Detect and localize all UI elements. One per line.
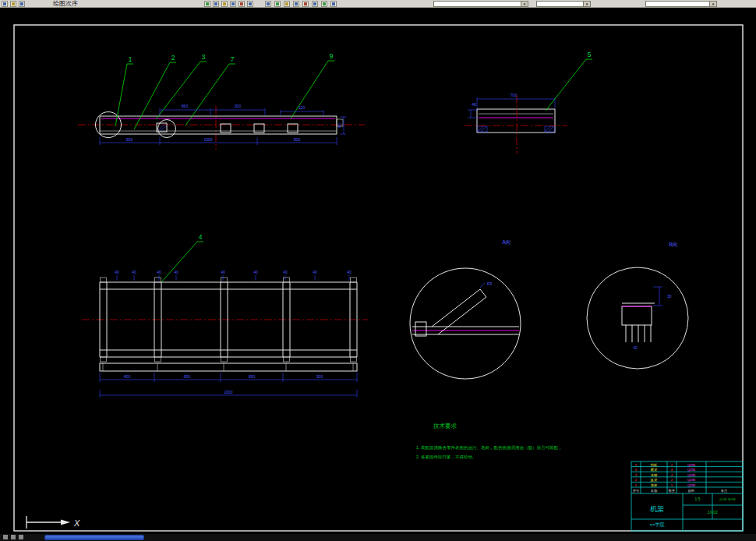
frame-plan-view: 4 (82, 233, 368, 371)
dimension-text: 400 (124, 374, 131, 379)
dimension-text: R5 (487, 281, 493, 286)
callout-text: 40 (313, 270, 317, 274)
title-block: 5 挡板 2 Q235 4 横梁 4 Q235 3 支脚 4 Q235 2 纵梁… (631, 461, 743, 531)
properties-icon[interactable] (247, 1, 253, 7)
dimension-text: 120 (299, 105, 306, 110)
part-name: 支脚 (651, 473, 657, 477)
callout-text: 40 (283, 270, 288, 274)
x-axis-arrow-icon (61, 520, 70, 525)
beam-side-view (78, 106, 365, 150)
drawing-svg: 1 2 3 7 9 860 300 120 50 500 1000 500 (0, 8, 756, 534)
cad-canvas[interactable]: 1 2 3 7 9 860 300 120 50 500 1000 500 (0, 8, 756, 534)
undo-icon[interactable] (221, 1, 228, 7)
dimension-text: 48 (472, 102, 476, 107)
redo-icon[interactable] (230, 1, 236, 7)
taskbar-icon[interactable] (19, 535, 23, 539)
dimension-text: 300 (235, 104, 242, 108)
color-combo[interactable]: ▾ (536, 1, 591, 7)
part-mat: Q235 (687, 478, 696, 482)
dimension-text: 650 (249, 374, 256, 379)
ucs-icon: X (26, 516, 80, 529)
scale-value: 1:5 (695, 497, 701, 501)
balloon-number: 7 (230, 55, 234, 63)
layers-icon[interactable] (265, 1, 271, 7)
linetype-combo[interactable]: ▾ (645, 1, 717, 7)
save-icon[interactable] (19, 1, 25, 7)
channel-section-view: 700 48 5 (465, 51, 592, 154)
part-qty: 4 (671, 473, 673, 477)
open-icon[interactable] (10, 1, 16, 7)
callout-text: 40 (132, 270, 136, 274)
part-qty: 2 (671, 463, 673, 467)
drawing-number: JJ-02 (707, 510, 717, 514)
balloon-number: 4 (198, 233, 202, 241)
part-qty: 2 (671, 478, 673, 482)
application-window: 绘图次序 ▾ ▾ ▾ (0, 0, 756, 541)
part-qty: 4 (671, 468, 673, 472)
part-name: 横梁 (650, 468, 658, 472)
balloon-number: 3 (201, 53, 205, 61)
color-icon[interactable] (302, 1, 309, 7)
part-name: 底座 (651, 483, 658, 487)
top-toolbar: 绘图次序 ▾ ▾ ▾ (0, 0, 756, 8)
part-name: 纵梁 (650, 478, 658, 482)
chevron-down-icon[interactable]: ▾ (709, 2, 716, 6)
lineweight-icon[interactable] (321, 1, 327, 7)
taskbar-icon[interactable] (11, 535, 16, 539)
part-no: 4 (635, 468, 638, 472)
drawing-border (14, 25, 743, 531)
part-mat: Q235 (687, 463, 696, 467)
pan-icon[interactable] (213, 1, 219, 7)
dimension-text: 50 (337, 123, 342, 128)
callout-text: 40 (115, 270, 119, 274)
part-no: 3 (635, 473, 638, 477)
zoom-icon[interactable] (204, 1, 210, 7)
balloon-number: 9 (329, 52, 333, 60)
linetype-icon[interactable] (312, 1, 318, 7)
detail-view-b: 30 40 B向 (587, 242, 688, 369)
chevron-down-icon[interactable]: ▾ (583, 2, 590, 6)
dimension-text: 300 (316, 374, 323, 379)
callout-text: 40 (347, 270, 352, 274)
layer-combo[interactable]: ▾ (433, 1, 528, 7)
parts-header: 备注 (721, 489, 728, 493)
new-icon[interactable] (2, 1, 8, 7)
callout-text: 40 (174, 270, 178, 274)
parts-header: 数量 (669, 489, 675, 493)
plot-style-icon[interactable] (330, 1, 337, 7)
balloon-number: 5 (587, 51, 591, 58)
freeze-icon[interactable] (284, 1, 290, 7)
x-axis-label: X (73, 518, 80, 528)
print-icon[interactable] (238, 1, 245, 7)
taskbar-active-app-button[interactable] (44, 535, 144, 540)
part-qty: 1 (671, 483, 673, 487)
layer-state-icon[interactable] (274, 1, 281, 7)
sheet-count: 共1张 第1张 (719, 497, 737, 501)
taskbar (0, 534, 756, 541)
toolbar-menu-label[interactable]: 绘图次序 (53, 0, 78, 8)
dimension-text: 1000 (203, 137, 212, 142)
part-no: 2 (635, 478, 638, 482)
callout-text: 40 (253, 270, 258, 274)
parts-header: 材料 (687, 489, 695, 493)
part-mat: Q235 (687, 483, 696, 487)
dimension-text: 30 (667, 294, 672, 299)
part-no: 5 (635, 463, 638, 467)
notes-line: 1. 装配前清除各零件表面的油污、毛刺，配合面涂润滑油（脂）后方可装配； (416, 445, 563, 451)
part-mat: Q235 (687, 473, 696, 477)
balloon-number: 1 (128, 55, 132, 63)
drawing-title: 机架 (650, 505, 664, 513)
chevron-down-icon[interactable]: ▾ (521, 2, 528, 6)
part-no: 1 (635, 483, 638, 487)
notes-line: 2. 各紧固件应拧紧，不得松动。 (416, 454, 477, 460)
balloon-number: 2 (171, 54, 175, 62)
dimension-text: 2000 (224, 390, 232, 394)
callout-text: 40 (157, 270, 161, 274)
detail-view-label: B向 (669, 242, 678, 247)
taskbar-icon[interactable] (3, 535, 8, 539)
lock-icon[interactable] (293, 1, 299, 7)
parts-header: 名称 (651, 489, 658, 493)
detail-view-label: A向 (502, 239, 511, 245)
dimension-text: 500 (126, 137, 133, 142)
technical-notes: 技术要求 1. 装配前清除各零件表面的油污、毛刺，配合面涂润滑油（脂）后方可装配… (416, 423, 563, 460)
